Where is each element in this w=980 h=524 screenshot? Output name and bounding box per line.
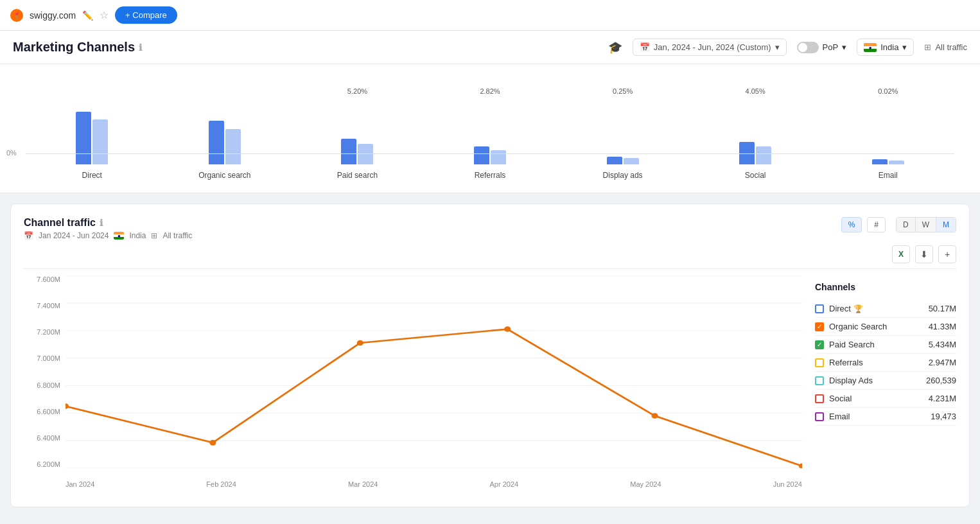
bar-display-main xyxy=(607,157,622,164)
bars-email xyxy=(872,100,904,164)
bar-group-organic[interactable]: – Organic search xyxy=(159,87,292,180)
trophy-icon: 🏆 xyxy=(853,304,863,313)
y-label-2: 7.400M xyxy=(24,302,66,310)
bar-email-compare xyxy=(889,161,904,164)
site-favicon: 📍 xyxy=(10,9,23,22)
download-btn[interactable]: ⬇ xyxy=(915,245,933,263)
bar-organic-compare xyxy=(225,129,241,164)
checkbox-organic[interactable]: ✓ xyxy=(815,322,824,331)
top-bar: 📍 swiggy.com ✏️ ☆ + Compare xyxy=(0,0,980,31)
x-label-feb: Feb 2024 xyxy=(206,480,236,488)
label-paid: Paid search xyxy=(337,171,378,180)
legend-item-organic[interactable]: ✓ Organic Search 41.33M xyxy=(815,318,956,336)
legend-value-direct: 50.17M xyxy=(929,304,956,313)
legend-left-referrals: Referrals xyxy=(815,358,863,367)
y-label-3: 7.200M xyxy=(24,328,66,336)
label-display: Display ads xyxy=(603,171,643,180)
header-controls: 🎓 📅 Jan, 2024 - Jun, 2024 (Custom) ▾ PoP… xyxy=(608,39,967,56)
chart-polyline xyxy=(66,329,802,466)
legend-value-referrals: 2.947M xyxy=(929,358,956,367)
legend-left-display: Display Ads xyxy=(815,376,873,385)
legend-item-social[interactable]: Social 4.231M xyxy=(815,390,956,408)
info-icon[interactable]: ℹ xyxy=(139,42,142,53)
period-m-btn[interactable]: M xyxy=(936,218,956,232)
legend-name-email: Email xyxy=(829,412,850,421)
meta-calendar-icon: 📅 xyxy=(24,231,33,240)
country-selector[interactable]: India ▾ xyxy=(857,39,914,56)
site-name: swiggy.com xyxy=(30,10,76,21)
dot-mar xyxy=(357,340,363,346)
excel-export-btn[interactable]: X xyxy=(892,245,910,263)
dot-jun xyxy=(799,464,802,469)
period-d-btn[interactable]: D xyxy=(897,218,916,232)
bar-chart-section: 0% – Direct – Organic search 5.20% xyxy=(0,64,980,193)
section-info-icon[interactable]: ℹ xyxy=(100,218,103,228)
zero-line xyxy=(26,153,954,154)
pct-referrals: 2.82% xyxy=(480,87,500,95)
line-chart-svg xyxy=(66,275,802,468)
bar-chart-container: 0% – Direct – Organic search 5.20% xyxy=(26,77,954,180)
bar-group-social[interactable]: 4.05% Social xyxy=(689,87,822,180)
checkbox-display[interactable] xyxy=(815,376,824,385)
dot-may xyxy=(652,413,658,419)
legend-name-paid: Paid Search xyxy=(829,340,875,349)
chart-icon-btn[interactable]: 🎓 xyxy=(608,40,622,55)
legend-item-referrals[interactable]: Referrals 2.947M xyxy=(815,354,956,372)
traffic-icon: ⊞ xyxy=(924,42,931,52)
legend-title: Channels xyxy=(815,282,956,292)
checkbox-paid[interactable]: ✓ xyxy=(815,340,824,349)
legend-name-referrals: Referrals xyxy=(829,358,863,367)
bar-group-direct[interactable]: – Direct xyxy=(26,87,159,180)
view-hash-btn[interactable]: # xyxy=(867,217,886,232)
meta-traffic-icon: ⊞ xyxy=(151,231,157,240)
label-organic: Organic search xyxy=(198,171,250,180)
legend-name-display: Display Ads xyxy=(829,376,873,385)
bar-group-email[interactable]: 0.02% Email xyxy=(821,87,954,180)
checkbox-direct[interactable] xyxy=(815,304,824,313)
label-direct: Direct xyxy=(82,171,102,180)
x-label-apr: Apr 2024 xyxy=(490,480,519,488)
chart-area: 7.600M 7.400M 7.200M 7.000M 6.800M 6.600… xyxy=(24,275,956,494)
chevron-down-icon: ▾ xyxy=(902,42,907,52)
legend-value-email: 19,473 xyxy=(931,412,956,421)
line-chart: 7.600M 7.400M 7.200M 7.000M 6.800M 6.600… xyxy=(24,275,802,494)
bar-direct-compare xyxy=(92,119,108,164)
star-icon[interactable]: ☆ xyxy=(100,9,109,21)
pct-paid: 5.20% xyxy=(347,87,367,95)
page-title: Marketing Channels ℹ xyxy=(13,40,142,55)
x-label-jan: Jan 2024 xyxy=(66,480,94,488)
legend-item-direct[interactable]: Direct 🏆 50.17M xyxy=(815,300,956,318)
bar-direct-main xyxy=(76,112,91,164)
bars-paid xyxy=(341,100,373,164)
bar-group-paid[interactable]: 5.20% Paid search xyxy=(291,87,424,180)
pct-social: 4.05% xyxy=(746,87,766,95)
compare-button[interactable]: + Compare xyxy=(115,6,177,24)
view-pct-btn[interactable]: % xyxy=(841,217,862,232)
legend-panel: Channels Direct 🏆 50.17M ✓ Organic Searc… xyxy=(815,275,956,494)
pct-display: 0.25% xyxy=(613,87,633,95)
svg-wrapper xyxy=(66,275,802,468)
channel-traffic-section: Channel traffic ℹ 📅 Jan 2024 - Jun 2024 … xyxy=(10,204,970,507)
period-w-btn[interactable]: W xyxy=(916,218,936,232)
bar-group-referrals[interactable]: 2.82% Referrals xyxy=(424,87,557,180)
dot-apr xyxy=(504,326,511,332)
edit-icon[interactable]: ✏️ xyxy=(82,10,93,21)
checkbox-referrals[interactable] xyxy=(815,358,824,367)
legend-name-direct: Direct 🏆 xyxy=(829,304,863,313)
bar-paid-main xyxy=(341,139,356,164)
date-range-btn[interactable]: 📅 Jan, 2024 - Jun, 2024 (Custom) ▾ xyxy=(633,39,787,56)
legend-item-display[interactable]: Display Ads 260,539 xyxy=(815,372,956,390)
legend-item-paid[interactable]: ✓ Paid Search 5.434M xyxy=(815,336,956,354)
meta-flag xyxy=(114,232,124,240)
pop-toggle-switch[interactable] xyxy=(797,42,819,53)
bar-group-display[interactable]: 0.25% Display ads xyxy=(556,87,689,180)
add-btn[interactable]: + xyxy=(938,245,956,263)
traffic-selector[interactable]: ⊞ All traffic xyxy=(924,42,967,52)
legend-item-email[interactable]: Email 19,473 xyxy=(815,408,956,426)
pop-chevron-icon[interactable]: ▾ xyxy=(842,42,846,52)
checkbox-social[interactable] xyxy=(815,394,824,403)
bar-referrals-compare xyxy=(491,150,506,164)
checkbox-email[interactable] xyxy=(815,412,824,421)
section-title-group: Channel traffic ℹ 📅 Jan 2024 - Jun 2024 … xyxy=(24,217,192,240)
bar-display-compare xyxy=(624,158,639,164)
